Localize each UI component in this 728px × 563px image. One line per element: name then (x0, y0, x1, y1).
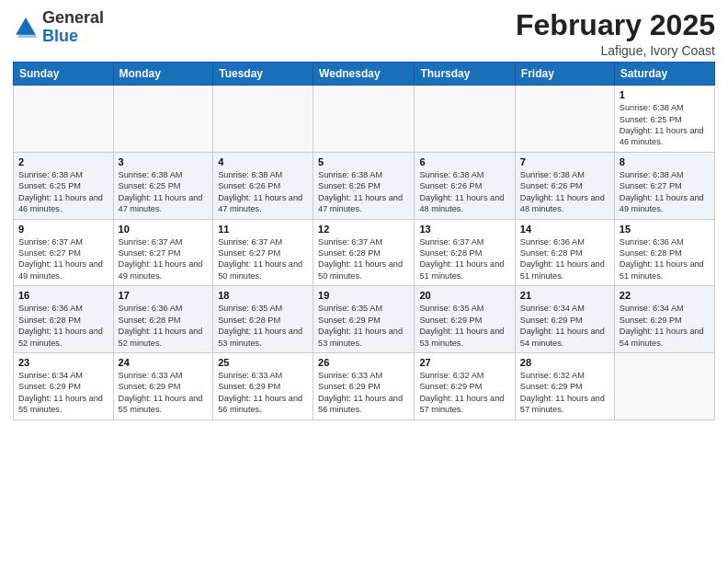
day-info: Sunrise: 6:37 AM Sunset: 6:28 PM Dayligh… (419, 236, 509, 282)
table-row: 4Sunrise: 6:38 AM Sunset: 6:26 PM Daylig… (213, 152, 313, 219)
day-info: Sunrise: 6:38 AM Sunset: 6:25 PM Dayligh… (620, 102, 710, 148)
day-info: Sunrise: 6:38 AM Sunset: 6:25 PM Dayligh… (18, 169, 108, 215)
col-monday: Monday (113, 63, 213, 86)
day-number: 3 (119, 156, 209, 167)
table-row: 5Sunrise: 6:38 AM Sunset: 6:26 PM Daylig… (313, 152, 415, 219)
table-row: 9Sunrise: 6:37 AM Sunset: 6:27 PM Daylig… (14, 219, 114, 286)
day-info: Sunrise: 6:37 AM Sunset: 6:27 PM Dayligh… (119, 236, 209, 282)
day-number: 13 (419, 224, 509, 235)
logo: General Blue (13, 9, 104, 46)
day-number: 23 (18, 357, 108, 368)
day-info: Sunrise: 6:33 AM Sunset: 6:29 PM Dayligh… (218, 370, 308, 416)
table-row: 15Sunrise: 6:36 AM Sunset: 6:28 PM Dayli… (614, 219, 714, 286)
day-info: Sunrise: 6:38 AM Sunset: 6:27 PM Dayligh… (620, 169, 710, 215)
day-number: 27 (419, 357, 509, 368)
table-row: 6Sunrise: 6:38 AM Sunset: 6:26 PM Daylig… (415, 152, 515, 219)
table-row: 18Sunrise: 6:35 AM Sunset: 6:28 PM Dayli… (213, 286, 313, 353)
day-info: Sunrise: 6:32 AM Sunset: 6:29 PM Dayligh… (419, 370, 509, 416)
calendar-header-row: Sunday Monday Tuesday Wednesday Thursday… (14, 63, 715, 86)
day-number: 9 (18, 224, 108, 235)
day-number: 10 (119, 224, 209, 235)
header: General Blue February 2025 Lafigue, Ivor… (13, 9, 715, 58)
table-row: 26Sunrise: 6:33 AM Sunset: 6:29 PM Dayli… (313, 352, 415, 419)
table-row (213, 86, 313, 153)
day-number: 26 (318, 357, 409, 368)
day-number: 21 (520, 290, 609, 301)
calendar-week-row: 9Sunrise: 6:37 AM Sunset: 6:27 PM Daylig… (14, 219, 715, 286)
col-saturday: Saturday (614, 63, 714, 86)
col-wednesday: Wednesday (313, 63, 415, 86)
day-number: 22 (620, 290, 710, 301)
day-number: 19 (318, 290, 409, 301)
day-info: Sunrise: 6:36 AM Sunset: 6:28 PM Dayligh… (18, 303, 108, 349)
table-row (313, 86, 415, 153)
day-info: Sunrise: 6:38 AM Sunset: 6:26 PM Dayligh… (419, 169, 509, 215)
col-friday: Friday (515, 63, 614, 86)
table-row: 22Sunrise: 6:34 AM Sunset: 6:29 PM Dayli… (614, 286, 714, 353)
table-row: 24Sunrise: 6:33 AM Sunset: 6:29 PM Dayli… (113, 352, 213, 419)
logo-general: General (42, 8, 104, 27)
day-number: 2 (18, 156, 108, 167)
table-row: 23Sunrise: 6:34 AM Sunset: 6:29 PM Dayli… (14, 352, 114, 419)
day-number: 25 (218, 357, 308, 368)
day-info: Sunrise: 6:32 AM Sunset: 6:29 PM Dayligh… (520, 370, 609, 416)
title-block: February 2025 Lafigue, Ivory Coast (516, 9, 715, 58)
day-number: 28 (520, 357, 609, 368)
table-row: 8Sunrise: 6:38 AM Sunset: 6:27 PM Daylig… (614, 152, 714, 219)
table-row: 10Sunrise: 6:37 AM Sunset: 6:27 PM Dayli… (113, 219, 213, 286)
table-row: 21Sunrise: 6:34 AM Sunset: 6:29 PM Dayli… (515, 286, 614, 353)
table-row: 17Sunrise: 6:36 AM Sunset: 6:28 PM Dayli… (113, 286, 213, 353)
table-row: 20Sunrise: 6:35 AM Sunset: 6:29 PM Dayli… (415, 286, 515, 353)
day-info: Sunrise: 6:34 AM Sunset: 6:29 PM Dayligh… (520, 303, 609, 349)
logo-blue: Blue (42, 27, 78, 45)
table-row: 7Sunrise: 6:38 AM Sunset: 6:26 PM Daylig… (515, 152, 614, 219)
day-number: 20 (419, 290, 509, 301)
table-row: 25Sunrise: 6:33 AM Sunset: 6:29 PM Dayli… (213, 352, 313, 419)
day-info: Sunrise: 6:38 AM Sunset: 6:26 PM Dayligh… (520, 169, 609, 215)
calendar-week-row: 23Sunrise: 6:34 AM Sunset: 6:29 PM Dayli… (14, 352, 715, 419)
day-info: Sunrise: 6:37 AM Sunset: 6:27 PM Dayligh… (218, 236, 308, 282)
table-row (113, 86, 213, 153)
table-row: 28Sunrise: 6:32 AM Sunset: 6:29 PM Dayli… (515, 352, 614, 419)
table-row: 16Sunrise: 6:36 AM Sunset: 6:28 PM Dayli… (14, 286, 114, 353)
day-number: 24 (119, 357, 209, 368)
day-number: 18 (218, 290, 308, 301)
day-info: Sunrise: 6:33 AM Sunset: 6:29 PM Dayligh… (318, 370, 409, 416)
table-row: 14Sunrise: 6:36 AM Sunset: 6:28 PM Dayli… (515, 219, 614, 286)
day-info: Sunrise: 6:38 AM Sunset: 6:26 PM Dayligh… (318, 169, 409, 215)
day-number: 6 (419, 156, 509, 167)
day-info: Sunrise: 6:35 AM Sunset: 6:29 PM Dayligh… (419, 303, 509, 349)
page: General Blue February 2025 Lafigue, Ivor… (0, 0, 728, 563)
day-number: 17 (119, 290, 209, 301)
table-row: 27Sunrise: 6:32 AM Sunset: 6:29 PM Dayli… (415, 352, 515, 419)
table-row: 12Sunrise: 6:37 AM Sunset: 6:28 PM Dayli… (313, 219, 415, 286)
day-info: Sunrise: 6:38 AM Sunset: 6:25 PM Dayligh… (119, 169, 209, 215)
month-title: February 2025 (516, 9, 715, 41)
day-number: 14 (520, 224, 609, 235)
table-row: 3Sunrise: 6:38 AM Sunset: 6:25 PM Daylig… (113, 152, 213, 219)
day-number: 8 (620, 156, 710, 167)
table-row: 2Sunrise: 6:38 AM Sunset: 6:25 PM Daylig… (14, 152, 114, 219)
table-row: 19Sunrise: 6:35 AM Sunset: 6:29 PM Dayli… (313, 286, 415, 353)
day-info: Sunrise: 6:35 AM Sunset: 6:28 PM Dayligh… (218, 303, 308, 349)
calendar-week-row: 16Sunrise: 6:36 AM Sunset: 6:28 PM Dayli… (14, 286, 715, 353)
day-info: Sunrise: 6:36 AM Sunset: 6:28 PM Dayligh… (520, 236, 609, 282)
day-info: Sunrise: 6:38 AM Sunset: 6:26 PM Dayligh… (218, 169, 308, 215)
logo-icon (13, 15, 39, 40)
table-row: 13Sunrise: 6:37 AM Sunset: 6:28 PM Dayli… (415, 219, 515, 286)
table-row (614, 352, 714, 419)
location: Lafigue, Ivory Coast (516, 43, 715, 58)
calendar-table: Sunday Monday Tuesday Wednesday Thursday… (13, 62, 715, 419)
table-row: 1Sunrise: 6:38 AM Sunset: 6:25 PM Daylig… (614, 86, 714, 153)
calendar-week-row: 1Sunrise: 6:38 AM Sunset: 6:25 PM Daylig… (14, 86, 715, 153)
day-number: 16 (18, 290, 108, 301)
col-thursday: Thursday (415, 63, 515, 86)
day-number: 4 (218, 156, 308, 167)
table-row (515, 86, 614, 153)
day-number: 7 (520, 156, 609, 167)
day-info: Sunrise: 6:36 AM Sunset: 6:28 PM Dayligh… (119, 303, 209, 349)
day-number: 15 (620, 224, 710, 235)
day-info: Sunrise: 6:35 AM Sunset: 6:29 PM Dayligh… (318, 303, 409, 349)
day-number: 5 (318, 156, 409, 167)
day-info: Sunrise: 6:36 AM Sunset: 6:28 PM Dayligh… (620, 236, 710, 282)
